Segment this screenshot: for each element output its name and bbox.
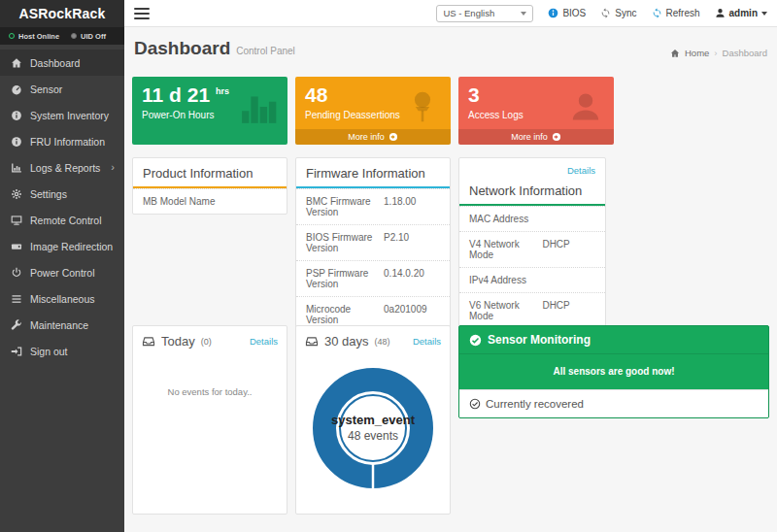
row-label: MAC Address	[469, 214, 542, 224]
today-events-panel: Today (0) Details No events for today..	[132, 325, 287, 515]
donut-center-label: system_event	[331, 413, 416, 427]
sidebar-item-system-inventory[interactable]: System Inventory	[0, 102, 124, 128]
sidebar-item-image-redirection[interactable]: Image Redirection	[0, 233, 124, 259]
table-row: PSP Firmware Version 0.14.0.20	[296, 260, 450, 296]
chevron-down-icon	[761, 12, 767, 16]
row-value: DHCP	[542, 239, 595, 260]
donut-center-sublabel: 48 events	[348, 429, 398, 443]
row-label: IPv4 Address	[469, 275, 542, 285]
check-circle-outline-icon	[469, 398, 481, 410]
language-select[interactable]: US - English	[436, 5, 533, 22]
chevron-down-icon	[521, 12, 526, 16]
host-status: Host Online	[9, 32, 59, 41]
gear-icon	[10, 187, 22, 200]
firmware-information-panel: Firmware Information BMC Firmware Versio…	[295, 157, 451, 333]
thirty-days-details-link[interactable]: Details	[413, 336, 441, 347]
uid-status: UID Off	[71, 32, 106, 41]
thirty-days-count: (48)	[375, 337, 390, 347]
page-subtitle: Control Panel	[236, 46, 295, 56]
row-value: 0.14.0.20	[384, 268, 440, 289]
table-row: V4 Network Mode DHCP	[459, 231, 605, 267]
sidebar-item-settings[interactable]: Settings	[0, 181, 124, 207]
monitor-icon	[10, 214, 22, 226]
breadcrumb-separator: ›	[714, 48, 717, 58]
info-panels-row: Product Information MB Model Name Firmwa…	[132, 157, 769, 318]
table-row: BIOS Firmware Version P2.10	[296, 224, 450, 260]
row-label: V4 Network Mode	[469, 239, 542, 260]
bios-button[interactable]: BIOS	[548, 8, 586, 18]
sidebar-item-sensor[interactable]: Sensor	[0, 76, 124, 102]
row-label: MB Model Name	[143, 196, 220, 207]
row-label: BMC Firmware Version	[306, 196, 384, 217]
sensor-monitoring-panel: Sensor Monitoring All sensors are good n…	[458, 325, 769, 418]
sidebar-item-fru-information[interactable]: FRU Information	[0, 128, 124, 154]
network-information-title: Network Information	[459, 176, 605, 206]
info-circle-icon	[10, 135, 22, 148]
sensor-monitoring-title: Sensor Monitoring	[488, 333, 591, 347]
breadcrumb-home[interactable]: Home	[685, 48, 709, 58]
sidebar-item-maintenance[interactable]: Maintenance	[0, 312, 124, 338]
sidebar-item-logs-reports[interactable]: Logs & Reports ›	[0, 154, 124, 181]
disc-icon	[10, 240, 22, 252]
pending-deassertions-value: 48	[305, 84, 441, 106]
brand-logo: ASRockRack	[0, 0, 124, 27]
more-info-label: More info	[348, 132, 385, 142]
sensor-recovered-label: Currently recovered	[486, 398, 584, 410]
refresh-button[interactable]: Refresh	[652, 8, 700, 18]
table-row: IPv4 Address	[459, 267, 605, 292]
sync-button[interactable]: Sync	[600, 8, 636, 18]
thirty-days-events-panel: 30 days (48) Details system_event 48 eve…	[295, 325, 451, 515]
language-select-value: US - English	[443, 8, 494, 18]
uid-off-icon	[71, 33, 77, 39]
breadcrumb-current: Dashboard	[723, 48, 767, 58]
refresh-label: Refresh	[666, 8, 700, 18]
more-info-link[interactable]: More info	[295, 129, 451, 145]
access-logs-value: 3	[468, 84, 604, 106]
row-value: 0a201009	[384, 304, 440, 325]
table-row: V6 Network Mode DHCP	[459, 292, 605, 328]
network-details-link[interactable]: Details	[459, 158, 605, 176]
sensor-status-message: All sensors are good now!	[459, 354, 768, 389]
home-icon	[670, 49, 680, 58]
uid-status-label: UID Off	[81, 32, 106, 41]
topbar: US - English BIOS Sync Refresh admin	[124, 0, 777, 27]
sidebar-item-miscellaneous[interactable]: Miscellaneous	[0, 285, 124, 312]
row-label: PSP Firmware Version	[306, 268, 384, 289]
table-row: MAC Address	[459, 206, 605, 231]
bios-label: BIOS	[562, 8, 586, 18]
wrench-icon	[10, 318, 22, 331]
power-on-hours-value: 11 d 21 hrs	[142, 84, 278, 106]
row-label: Microcode Version	[306, 304, 384, 325]
sidebar-item-sign-out[interactable]: Sign out	[0, 338, 124, 364]
thirty-days-title: 30 days	[324, 334, 369, 349]
sidebar: ASRockRack Host Online UID Off Dashboard…	[0, 0, 124, 532]
arrow-circle-right-icon	[388, 132, 398, 142]
list-icon	[10, 292, 22, 305]
sidebar-item-remote-control[interactable]: Remote Control	[0, 207, 124, 233]
power-icon	[10, 266, 22, 279]
row-label: BIOS Firmware Version	[306, 232, 384, 253]
more-info-link[interactable]: More info	[458, 129, 614, 145]
row-value	[542, 275, 595, 285]
sidebar-item-label: Image Redirection	[30, 241, 113, 252]
menu-toggle-icon[interactable]	[134, 8, 150, 19]
info-circle-icon	[548, 8, 558, 18]
sidebar-item-label: Remote Control	[30, 215, 102, 226]
sidebar-item-label: Power Control	[30, 267, 95, 279]
sidebar-item-label: Dashboard	[30, 57, 80, 69]
sidebar-item-label: Miscellaneous	[30, 293, 95, 305]
sidebar-item-dashboard[interactable]: Dashboard	[0, 50, 124, 76]
sign-out-icon	[10, 345, 22, 357]
sidebar-nav: Dashboard Sensor System Inventory FRU In…	[0, 45, 124, 364]
access-logs-label: Access Logs	[468, 110, 604, 120]
sidebar-item-power-control[interactable]: Power Control	[0, 259, 124, 285]
more-info-label: More info	[511, 132, 548, 142]
events-row: Today (0) Details No events for today.. …	[132, 325, 769, 515]
today-details-link[interactable]: Details	[250, 336, 278, 347]
row-value: 1.18.00	[384, 196, 440, 217]
sidebar-item-label: Settings	[30, 188, 67, 200]
access-logs-card: 3 Access Logs More info	[458, 77, 614, 145]
host-status-strip: Host Online UID Off	[0, 27, 124, 45]
refresh-icon	[652, 8, 662, 18]
user-menu[interactable]: admin	[715, 8, 767, 18]
